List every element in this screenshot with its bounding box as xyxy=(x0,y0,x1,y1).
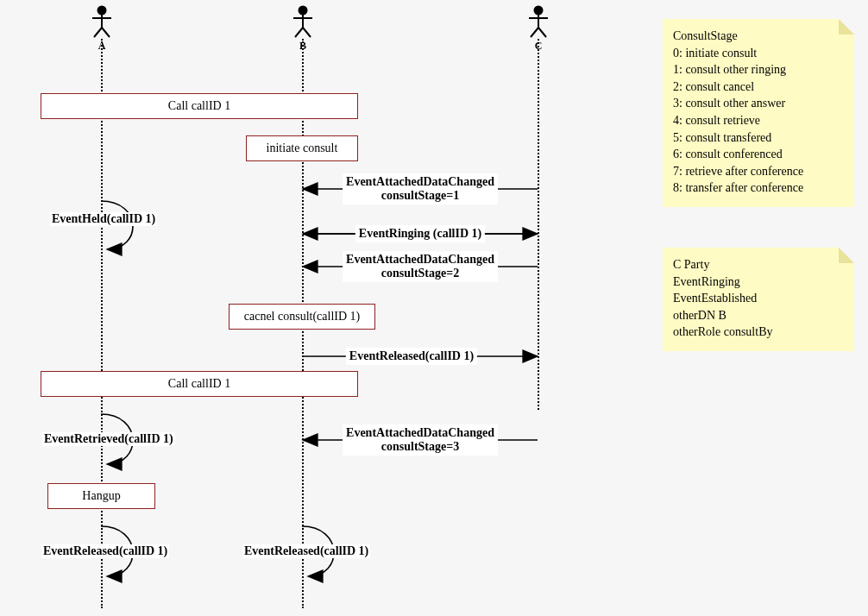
msg-ringing: EventRinging (callID 1) xyxy=(355,225,485,242)
svg-line-4 xyxy=(102,28,110,37)
note1-line: 7: retrieve after conference xyxy=(673,163,844,180)
box-call-2: Call callID 1 xyxy=(41,371,358,397)
actor-a-label: A xyxy=(85,40,119,53)
svg-line-9 xyxy=(303,28,311,37)
note2-line: EventRinging xyxy=(673,273,844,291)
note1-line: 3: consult other answer xyxy=(673,95,844,112)
box-cancel-text: cacnel consult(callID 1) xyxy=(244,310,361,323)
msg-released-b: EventReleased(callID 1) xyxy=(242,544,370,558)
note1-line: 5: consult transfered xyxy=(673,129,844,147)
svg-line-8 xyxy=(295,28,303,37)
msg-held-a: EventHeld(callID 1) xyxy=(50,212,157,226)
note2-line: EventEstablished xyxy=(673,290,844,307)
note1-line: 8: transfer after conference xyxy=(673,179,844,197)
actor-a: A xyxy=(85,5,119,53)
msg-attached-1: EventAttachedDataChanged consultStage=1 xyxy=(343,173,498,204)
note-consult-stage: ConsultStage 0: initiate consult 1: cons… xyxy=(663,19,854,207)
actor-b-label: B xyxy=(286,40,320,53)
note2-line: otherDN B xyxy=(673,307,844,324)
person-icon xyxy=(292,5,313,38)
box-cancel-consult: cacnel consult(callID 1) xyxy=(229,304,375,330)
actor-b: B xyxy=(286,5,320,53)
box-initiate-text: initiate consult xyxy=(267,141,338,154)
lifeline-c xyxy=(538,39,539,410)
box-call-2-text: Call callID 1 xyxy=(168,377,230,390)
box-initiate-consult: initiate consult xyxy=(246,135,358,161)
note2-line: otherRole consultBy xyxy=(673,324,844,341)
note1-title: ConsultStage xyxy=(673,28,844,45)
note-c-party: C Party EventRinging EventEstablished ot… xyxy=(663,248,854,351)
actor-c: C xyxy=(521,5,556,53)
note1-line: 0: initiate consult xyxy=(673,45,844,62)
svg-point-5 xyxy=(299,6,308,16)
box-call-1-text: Call callID 1 xyxy=(168,99,230,112)
person-icon xyxy=(91,5,112,38)
msg-retrieved-a: EventRetrieved(callID 1) xyxy=(42,432,175,446)
actor-c-label: C xyxy=(521,40,556,53)
msg-attached-3: EventAttachedDataChanged consultStage=3 xyxy=(343,424,498,456)
note-corner-icon xyxy=(839,19,854,35)
svg-line-14 xyxy=(538,28,546,37)
sequence-diagram: A B C Call callID 1 initiate consult xyxy=(0,0,868,616)
note-corner-icon xyxy=(839,248,854,263)
box-hangup-text: Hangup xyxy=(82,489,120,502)
note1-line: 2: consult cancel xyxy=(673,79,844,96)
note1-line: 1: consult other ringing xyxy=(673,61,844,79)
svg-point-10 xyxy=(534,6,544,16)
person-icon xyxy=(528,5,549,38)
svg-line-3 xyxy=(94,28,102,37)
note1-line: 4: consult retrieve xyxy=(673,112,844,129)
msg-released-a: EventReleased(callID 1) xyxy=(41,544,169,558)
svg-point-0 xyxy=(97,6,107,16)
msg-released: EventReleased(callID 1) xyxy=(346,348,477,365)
msg-attached-2: EventAttachedDataChanged consultStage=2 xyxy=(343,251,498,282)
note1-line: 6: consult conferenced xyxy=(673,146,844,163)
box-hangup: Hangup xyxy=(47,483,155,509)
box-call-1: Call callID 1 xyxy=(41,93,358,119)
lifeline-a xyxy=(101,39,103,608)
note2-line: C Party xyxy=(673,256,844,273)
svg-line-13 xyxy=(531,28,538,37)
